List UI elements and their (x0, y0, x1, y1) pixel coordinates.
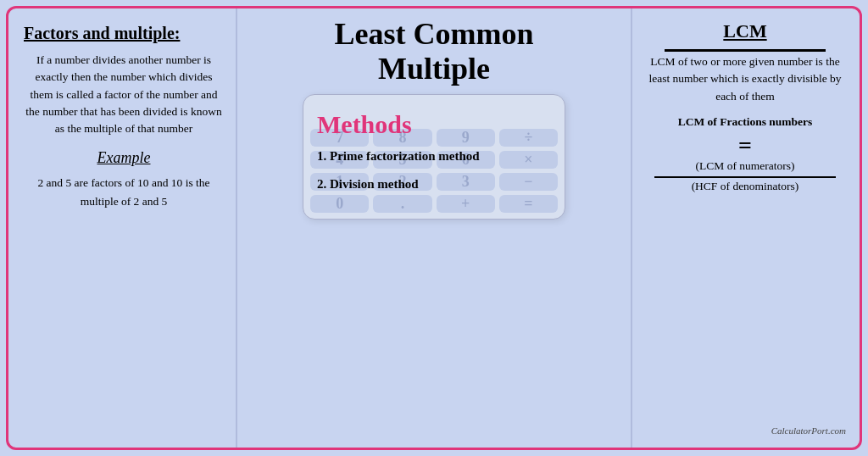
main-title: Least Common Multiple (335, 17, 534, 87)
top-divider (665, 49, 826, 52)
fraction-bar (654, 176, 836, 178)
lcm-desc: LCM of two or more given number is the l… (644, 53, 846, 105)
watermark: CalculatorPort.com (644, 419, 846, 436)
factors-title: Factors and multiple: (24, 24, 224, 43)
methods-label: Methods (317, 110, 551, 139)
right-panel: LCM LCM of two or more given number is t… (631, 8, 860, 448)
calc-content: Methods 1. Prime factorization method 2.… (317, 107, 551, 205)
equals-symbol: = (738, 134, 752, 158)
method2-item: 2. Division method (317, 177, 551, 192)
factors-desc: If a number divides another number is ex… (24, 52, 224, 137)
method1-item: 1. Prime factorization method (317, 149, 551, 164)
example-title: Example (97, 149, 151, 167)
center-panel: Least Common Multiple 7 8 9 ÷ 4 5 6 × 1 … (237, 8, 631, 448)
main-container: Factors and multiple: If a number divide… (6, 6, 862, 450)
fraction-denominator: (HCF of denominators) (692, 180, 799, 193)
calculator-card: 7 8 9 ÷ 4 5 6 × 1 2 3 − 0 . + = (303, 94, 565, 220)
lcm-title: LCM (723, 20, 766, 42)
fraction-numerator: (LCM of numerators) (696, 159, 795, 173)
lcm-fractions-label: LCM of Fractions numbers (678, 115, 813, 129)
left-panel: Factors and multiple: If a number divide… (8, 8, 237, 448)
example-desc: 2 and 5 are factors of 10 and 10 is the … (24, 174, 224, 210)
